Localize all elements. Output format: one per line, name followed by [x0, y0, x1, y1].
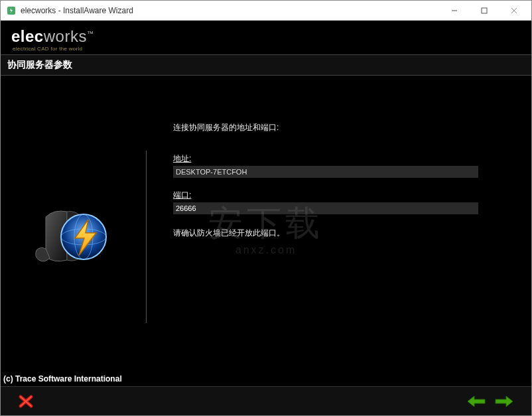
close-button[interactable]	[499, 1, 529, 20]
installer-body: elecworks™ electrical CAD for the world …	[1, 21, 531, 415]
address-label: 地址:	[173, 153, 518, 165]
port-input[interactable]	[173, 202, 478, 214]
port-label: 端口:	[173, 190, 518, 201]
footer-bar	[1, 386, 531, 415]
logo-tm: ™	[87, 30, 94, 37]
form-pane: 连接协同服务器的地址和端口: 地址: 端口: 请确认防火墙已经开放此端口。	[173, 115, 518, 358]
titlebar: elecworks - InstallAware Wizard	[1, 1, 531, 21]
next-button[interactable]	[493, 392, 515, 411]
page-title: 协同服务器参数	[1, 54, 531, 76]
window-title: elecworks - InstallAware Wizard	[21, 6, 133, 15]
svg-rect-2	[482, 8, 487, 13]
cancel-button[interactable]	[17, 392, 35, 411]
minimize-button[interactable]	[439, 1, 469, 20]
address-field: 地址:	[173, 153, 518, 178]
port-field: 端口:	[173, 190, 518, 214]
address-input[interactable]	[173, 166, 478, 178]
logo-tagline: electrical CAD for the world	[13, 46, 521, 52]
server-lightning-icon	[27, 197, 120, 277]
prompt-text: 连接协同服务器的地址和端口:	[173, 122, 518, 133]
brand-logo: elecworks™ electrical CAD for the world	[1, 21, 531, 54]
firewall-note: 请确认防火墙已经开放此端口。	[173, 228, 518, 239]
logo-part1: elec	[11, 27, 44, 45]
svg-point-5	[37, 263, 110, 274]
copyright-text: (c) Trace Software International	[1, 372, 531, 386]
back-button[interactable]	[465, 392, 488, 411]
content-area: 安下载 anxz.com	[1, 76, 531, 372]
maximize-button[interactable]	[469, 1, 499, 20]
app-icon	[6, 5, 17, 16]
logo-part2: works	[44, 27, 87, 45]
left-pane	[14, 151, 147, 323]
